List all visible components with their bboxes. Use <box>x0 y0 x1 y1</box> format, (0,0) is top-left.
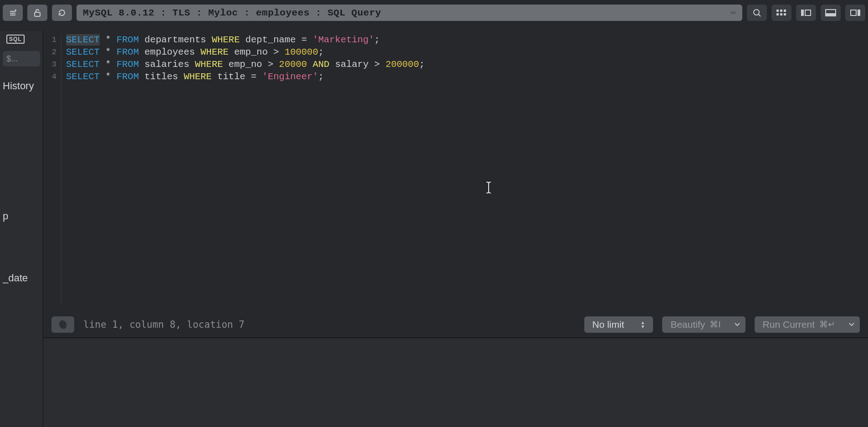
breadcrumb-badge <box>730 11 736 14</box>
chevron-down-icon <box>734 322 740 327</box>
row-limit-select[interactable]: No limit ▲▼ <box>584 316 654 333</box>
svg-rect-4 <box>784 10 786 12</box>
refresh-icon <box>57 8 66 17</box>
cursor-position-text: line 1, column 8, location 7 <box>83 319 245 330</box>
grid-icon <box>776 10 786 16</box>
line-number: 2 <box>43 46 56 58</box>
line-number: 1 <box>43 34 56 46</box>
line-number: 4 <box>43 71 56 83</box>
sidebar-filter-input[interactable]: $... <box>3 51 40 66</box>
line-number: 3 <box>43 58 56 71</box>
svg-rect-7 <box>784 13 786 15</box>
code-line[interactable]: SELECT * FROM salaries WHERE emp_no > 20… <box>66 58 425 71</box>
breadcrumb[interactable]: MySQL 8.0.12 : TLS : Myloc : employees :… <box>77 5 742 21</box>
search-icon <box>752 8 761 17</box>
run-shortcut: ⌘↵ <box>819 319 835 330</box>
editor-statusbar: line 1, column 8, location 7 No limit ▲▼… <box>43 311 868 338</box>
svg-point-1 <box>754 10 759 15</box>
sidebar: SQL $... History p _date <box>0 31 43 427</box>
line-gutter: 1234 <box>43 34 61 304</box>
sidebar-item-p[interactable]: p <box>3 210 40 222</box>
beautify-label: Beautify <box>670 319 705 330</box>
chevron-down-icon <box>848 322 855 327</box>
lock-button[interactable] <box>27 5 47 21</box>
pane-layout-group <box>796 5 865 21</box>
pane-left-icon <box>801 10 811 16</box>
sidebar-item-date[interactable]: _date <box>3 272 40 284</box>
toolbar-collapse-button[interactable] <box>3 5 23 21</box>
pane-bottom-button[interactable] <box>821 5 841 21</box>
editor-settings-button[interactable] <box>51 316 74 333</box>
lock-open-icon <box>33 8 41 17</box>
collapse-icon <box>9 9 17 17</box>
svg-rect-5 <box>776 13 779 15</box>
svg-rect-6 <box>780 13 782 15</box>
code-content[interactable]: SELECT * FROM departments WHERE dept_nam… <box>61 34 425 304</box>
beautify-shortcut: ⌘I <box>710 319 720 330</box>
pane-right-button[interactable] <box>845 5 865 21</box>
results-pane[interactable] <box>43 339 868 427</box>
run-label: Run Current <box>763 319 815 330</box>
sql-badge[interactable]: SQL <box>6 35 25 44</box>
top-toolbar: MySQL 8.0.12 : TLS : Myloc : employees :… <box>0 4 868 22</box>
beautify-dropdown[interactable] <box>729 316 745 333</box>
svg-rect-2 <box>776 10 779 12</box>
sql-editor[interactable]: 1234 SELECT * FROM departments WHERE dep… <box>43 31 868 304</box>
svg-rect-0 <box>35 12 40 16</box>
pane-right-icon <box>850 10 860 16</box>
code-line[interactable]: SELECT * FROM employees WHERE emp_no > 1… <box>66 46 425 58</box>
svg-rect-3 <box>780 10 782 12</box>
breadcrumb-text: MySQL 8.0.12 : TLS : Myloc : employees :… <box>83 8 381 18</box>
svg-rect-9 <box>826 14 836 16</box>
pane-left-button[interactable] <box>796 5 816 21</box>
row-limit-label: No limit <box>592 319 624 330</box>
grid-button[interactable] <box>771 5 791 21</box>
run-current-button[interactable]: Run Current ⌘↵ <box>755 316 860 333</box>
beautify-button[interactable]: Beautify ⌘I <box>662 316 745 333</box>
code-line[interactable]: SELECT * FROM titles WHERE title = 'Engi… <box>66 71 425 83</box>
updown-icon: ▲▼ <box>641 320 645 329</box>
refresh-button[interactable] <box>52 5 72 21</box>
editor-area: 1234 SELECT * FROM departments WHERE dep… <box>43 31 868 427</box>
filter-placeholder: $... <box>6 54 18 64</box>
code-line[interactable]: SELECT * FROM departments WHERE dept_nam… <box>66 34 425 46</box>
run-dropdown[interactable] <box>843 316 860 333</box>
gear-icon <box>58 320 68 330</box>
search-button[interactable] <box>747 5 767 21</box>
pane-bottom-icon <box>825 9 836 16</box>
sidebar-history-heading[interactable]: History <box>3 80 40 92</box>
